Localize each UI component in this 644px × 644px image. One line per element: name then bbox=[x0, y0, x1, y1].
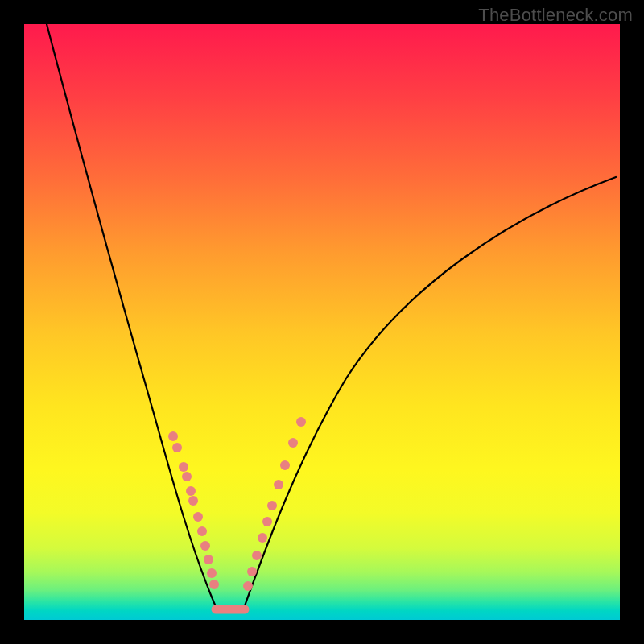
marker-dot bbox=[193, 512, 203, 522]
marker-dot bbox=[200, 541, 210, 551]
marker-dot bbox=[252, 551, 262, 560]
marker-dot bbox=[243, 581, 253, 591]
marker-dot bbox=[296, 417, 306, 427]
marker-dot bbox=[288, 438, 298, 448]
curve-left bbox=[47, 24, 217, 610]
marker-dot bbox=[274, 480, 283, 489]
marker-dot bbox=[182, 472, 192, 481]
marker-dot bbox=[188, 496, 198, 506]
marker-dot bbox=[280, 460, 290, 470]
chart-svg bbox=[24, 24, 620, 620]
curve-right bbox=[243, 177, 616, 610]
marker-group-right bbox=[243, 417, 306, 591]
marker-dot bbox=[258, 533, 267, 543]
marker-dot bbox=[267, 501, 277, 510]
marker-dot bbox=[204, 555, 213, 564]
marker-dot bbox=[207, 568, 217, 578]
marker-group-left bbox=[168, 431, 219, 589]
plot-area bbox=[24, 24, 620, 620]
watermark-text: TheBottleneck.com bbox=[478, 5, 633, 26]
marker-dot bbox=[179, 462, 188, 472]
marker-dot bbox=[168, 431, 178, 441]
marker-dot bbox=[186, 486, 196, 496]
marker-dot bbox=[262, 517, 272, 526]
marker-dot bbox=[197, 526, 207, 536]
marker-dot bbox=[172, 443, 182, 452]
marker-dot bbox=[209, 580, 219, 589]
marker-dot bbox=[247, 567, 257, 576]
